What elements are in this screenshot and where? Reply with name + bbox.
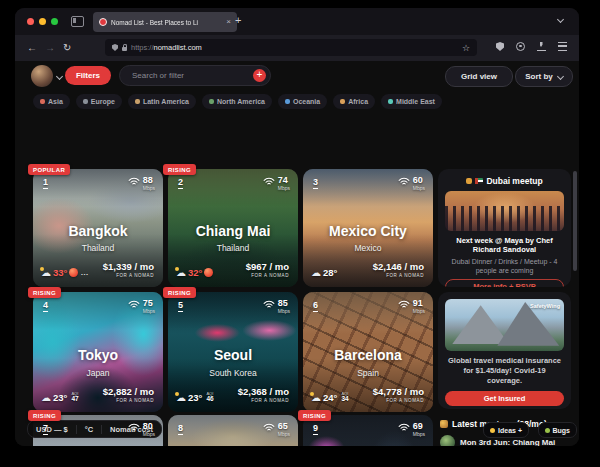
- city-rank[interactable]: 7: [43, 423, 48, 435]
- search-input[interactable]: [130, 70, 253, 81]
- wifi-icon: [398, 423, 410, 432]
- wifi-unit: Mbps: [278, 432, 290, 437]
- city-rank[interactable]: 4: [43, 300, 48, 312]
- bug-icon: [545, 428, 550, 433]
- mountains-photo: SafetyWing: [445, 299, 564, 351]
- insurance-ad-card: SafetyWing Global travel medical insuran…: [438, 292, 571, 409]
- trend-badge: RISING: [163, 287, 196, 298]
- navbar-actions: [496, 42, 567, 51]
- region-chip-middle-east[interactable]: Middle East: [381, 94, 442, 109]
- price-value: $1,339 / mo: [103, 262, 154, 272]
- region-chip-africa[interactable]: Africa: [333, 94, 375, 109]
- city-rank[interactable]: 2: [178, 177, 183, 189]
- city-card-tokyo[interactable]: RISING 4 75Mbps Tokyo Japan ☁23°AQI47 $2…: [33, 292, 163, 412]
- city-rank[interactable]: 3: [313, 177, 318, 189]
- minimize-window-button[interactable]: [39, 18, 46, 25]
- nomad-price: $967 / moFOR A NOMAD: [246, 262, 289, 278]
- url-bar[interactable]: https://nomadlist.com ☆: [105, 39, 477, 56]
- url-scheme: https://: [131, 43, 154, 52]
- new-tab-button[interactable]: +: [235, 14, 241, 26]
- hot-face-emoji: [204, 268, 213, 277]
- region-chip-latin-america[interactable]: Latin America: [128, 94, 196, 109]
- trend-badge: RISING: [28, 410, 61, 421]
- city-card-kuala-lumpur[interactable]: RISING 9 69Mbps Kuala Lumpur Malaysia: [303, 415, 433, 446]
- latin-america-icon: [135, 99, 140, 104]
- avatar-chevron-icon[interactable]: [56, 73, 63, 80]
- browser-window: Nomad List - Best Places to Li × + ← → ↻…: [15, 8, 579, 446]
- safetywing-logo: SafetyWing: [530, 303, 560, 309]
- ideas-button[interactable]: Ideas +: [483, 422, 529, 438]
- downloads-icon[interactable]: [537, 42, 546, 51]
- price-value: $2,882 / mo: [103, 387, 154, 397]
- region-chip-oceania[interactable]: Oceania: [278, 94, 327, 109]
- more-dots: …: [80, 268, 88, 277]
- filters-button[interactable]: Filters: [65, 66, 111, 85]
- city-rank[interactable]: 9: [313, 423, 318, 435]
- city-rank[interactable]: 8: [178, 423, 183, 435]
- rsvp-button[interactable]: More info + RSVP: [445, 279, 564, 287]
- partly-cloudy-icon: ☁: [176, 393, 186, 403]
- close-window-button[interactable]: [27, 18, 34, 25]
- currency-toggle[interactable]: USD — $: [28, 425, 76, 434]
- search-bar[interactable]: +: [119, 65, 271, 86]
- back-icon[interactable]: ←: [27, 41, 37, 54]
- city-rank[interactable]: 5: [178, 300, 183, 312]
- cloud-icon: ☁: [311, 268, 321, 278]
- region-chip-europe[interactable]: Europe: [76, 94, 122, 109]
- tab-overview-icon[interactable]: [71, 16, 84, 27]
- add-filter-button[interactable]: +: [253, 69, 266, 82]
- maximize-window-button[interactable]: [51, 18, 58, 25]
- forward-icon[interactable]: →: [45, 41, 55, 54]
- scrollbar-thumb[interactable]: [573, 171, 577, 271]
- wifi-speed: 75Mbps: [128, 299, 155, 314]
- price-value: $4,778 / mo: [373, 387, 424, 397]
- europe-icon: [83, 99, 88, 104]
- city-rank[interactable]: 6: [313, 300, 318, 312]
- city-rank[interactable]: 1: [43, 177, 48, 189]
- lock-icon: [122, 47, 127, 51]
- city-card-bangkok[interactable]: POPULAR 1 88Mbps Bangkok Thailand ☁33°… …: [33, 169, 163, 287]
- city-country: Mexico: [303, 243, 433, 253]
- weather: ☁32°: [176, 267, 213, 278]
- tab-list-chevron-icon[interactable]: [557, 16, 564, 23]
- temperature-unit-toggle[interactable]: °C: [76, 425, 101, 434]
- wifi-icon: [128, 423, 140, 432]
- bookmark-star-icon[interactable]: ☆: [462, 43, 470, 53]
- region-filter-row: Asia Europe Latin America North America …: [33, 94, 442, 109]
- window-controls[interactable]: [27, 18, 58, 25]
- city-card-mexico-city[interactable]: 3 60Mbps Mexico City Mexico ☁28° $2,146 …: [303, 169, 433, 287]
- user-avatar[interactable]: [31, 65, 53, 87]
- weather: ☁28°: [311, 267, 337, 278]
- account-icon[interactable]: [516, 42, 525, 51]
- temperature: 33°: [53, 267, 67, 278]
- menu-icon[interactable]: [558, 42, 567, 51]
- wifi-unit: Mbps: [278, 309, 290, 314]
- price-caption: FOR A NOMAD: [373, 399, 424, 404]
- rain-cloud-icon: ☁: [41, 393, 51, 403]
- oceania-icon: [285, 99, 290, 104]
- reload-icon[interactable]: ↻: [63, 41, 71, 54]
- page-content: Filters + Grid view Sort by Asia Europe …: [15, 61, 579, 446]
- get-insured-button[interactable]: Get Insured: [445, 391, 564, 406]
- permissions-shield-icon[interactable]: [496, 42, 504, 51]
- region-label: Oceania: [293, 98, 320, 105]
- grid-view-button[interactable]: Grid view: [445, 66, 513, 87]
- tracking-shield-icon[interactable]: [112, 44, 118, 51]
- url-text[interactable]: https://nomadlist.com: [131, 43, 458, 52]
- bugs-button[interactable]: Bugs: [538, 422, 578, 438]
- close-tab-icon[interactable]: ×: [226, 18, 231, 26]
- region-chip-north-america[interactable]: North America: [202, 94, 272, 109]
- insurance-text: Global travel medical insurance for $1.4…: [445, 356, 564, 386]
- region-chip-asia[interactable]: Asia: [33, 94, 70, 109]
- city-card-athens[interactable]: 8 65Mbps Athens Greece: [168, 415, 298, 446]
- nomad-price: $2,146 / moFOR A NOMAD: [373, 262, 424, 278]
- browser-tab[interactable]: Nomad List - Best Places to Li ×: [93, 12, 237, 32]
- sort-by-button[interactable]: Sort by: [515, 66, 573, 87]
- city-card-barcelona[interactable]: 6 91Mbps Barcelona Spain ☁24°AQI34 $4,77…: [303, 292, 433, 412]
- meetup-headline: Next week @ Maya by Chef Richard Sandova…: [445, 236, 564, 255]
- city-card-chiang-mai[interactable]: RISING 2 74Mbps Chiang Mai Thailand ☁32°…: [168, 169, 298, 287]
- wifi-icon: [263, 177, 275, 186]
- city-card-seoul[interactable]: RISING 5 85Mbps Seoul South Korea ☁23°AQ…: [168, 292, 298, 412]
- bugs-label: Bugs: [553, 427, 571, 434]
- air-quality: AQI34: [341, 392, 348, 403]
